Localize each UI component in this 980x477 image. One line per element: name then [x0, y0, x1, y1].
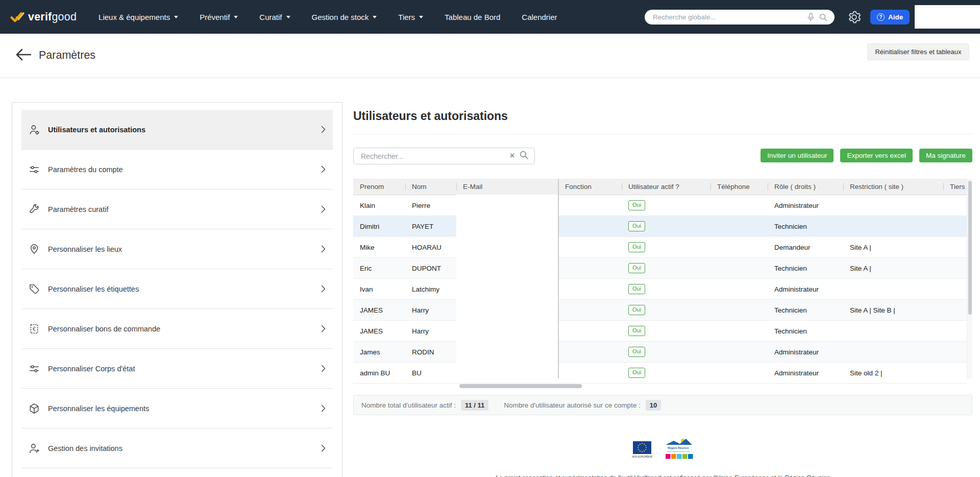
cell-tiers [943, 300, 967, 321]
sidebar-item-label: Paramètres du compte [48, 165, 123, 174]
cell-prenom: Eric [353, 258, 405, 279]
sidebar-item-personnaliser-bons-commande[interactable]: € Personnaliser bons de commande [21, 309, 333, 349]
user-row[interactable]: EricDUPONTOuiTechnicienSite A | [353, 258, 967, 279]
horizontal-scrollbar-thumb[interactable] [459, 384, 582, 388]
cell-tiers [943, 279, 967, 300]
column-header: Nom [405, 179, 456, 195]
nav-item-tableau-de-bord[interactable]: Tableau de Bord [434, 13, 511, 21]
cell-role: Administrateur [768, 363, 843, 384]
cell-prenom: Ivan [353, 279, 405, 300]
user-row[interactable]: admin BUBUOuiAdministrateurSite old 2 | [353, 363, 967, 384]
settings-sidebar: Utilisateurs et autorisations Paramètres… [12, 102, 342, 477]
chevron-down-icon [419, 16, 423, 18]
cell-fonction [558, 216, 622, 237]
cell-prenom: James [353, 342, 405, 363]
cell-restriction: Site A | Site B | [843, 300, 943, 321]
cofinancing-disclaimer: Le projet conception et expérimentation … [353, 474, 972, 477]
user-row[interactable]: JAMESHarryOuiTechnicien [353, 321, 967, 342]
cell-telephone [710, 342, 768, 363]
sidebar-item-parametres-compte[interactable]: Paramètres du compte [21, 150, 333, 189]
users-search-input[interactable] [360, 152, 510, 161]
nav-item-calendrier[interactable]: Calendrier [511, 13, 568, 21]
cell-restriction [843, 195, 943, 216]
sidebar-item-personnaliser-lieux[interactable]: Personnaliser les lieux [21, 229, 333, 269]
cell-prenom: Klain [353, 195, 405, 216]
microphone-icon[interactable] [807, 13, 814, 21]
nav-item-tiers[interactable]: Tiers [387, 13, 434, 21]
my-signature-button[interactable]: Ma signature [919, 149, 972, 162]
sidebar-item-label: Personnaliser Corps d'état [48, 365, 135, 373]
column-header: Tiers [943, 179, 967, 195]
svg-text:UNION EUROPÉENNE: UNION EUROPÉENNE [632, 455, 652, 458]
reset-filters-button[interactable]: Réinitialiser filtres et tableaux [867, 43, 969, 60]
user-row[interactable]: JamesRODINOuiAdministrateur [353, 342, 967, 363]
cell-fonction [558, 342, 622, 363]
users-table-body: KlainPierreOuiAdministrateurDimitriPAYET… [353, 195, 967, 384]
sidebar-item-personnaliser-equipements[interactable]: Personnaliser les équipements [21, 389, 333, 428]
horizontal-scrollbar[interactable] [353, 384, 967, 389]
search-icon[interactable] [819, 13, 827, 21]
search-icon[interactable] [520, 151, 528, 161]
map-pin-icon [29, 244, 40, 255]
sidebar-item-gestion-invitations[interactable]: Gestion des invitations [21, 428, 333, 468]
settings-gear-icon[interactable] [847, 10, 861, 24]
active-badge: Oui [628, 305, 645, 315]
nav-item-curatif[interactable]: Curatif [249, 13, 301, 21]
users-table-head-row: PrenomNomE-MailFonctionUtilisateur actif… [353, 179, 967, 195]
global-search-input[interactable] [652, 13, 802, 21]
sidebar-item-personnaliser-etiquettes[interactable]: Personnaliser les étiquettes [21, 269, 333, 309]
section-divider [353, 134, 972, 134]
cell-nom: Harry [405, 300, 456, 321]
vertical-scrollbar-thumb[interactable] [968, 181, 972, 315]
allowed-users-value: 10 [646, 400, 661, 411]
user-gear-icon [29, 124, 40, 135]
users-search: × [353, 148, 535, 164]
user-row[interactable]: JAMESHarryOuiTechnicienSite A | Site B | [353, 300, 967, 321]
cell-restriction [843, 321, 943, 342]
chevron-right-icon [321, 285, 326, 293]
cell-restriction: Site A | [843, 237, 943, 258]
cell-nom: Latchimy [405, 279, 456, 300]
user-row[interactable]: MikeHOARAUOuiDemandeurSite A | [353, 237, 967, 258]
cell-telephone [710, 216, 768, 237]
sidebar-item-label: Personnaliser bons de commande [48, 325, 160, 333]
cell-role: Administrateur [768, 342, 843, 363]
active-badge: Oui [628, 368, 645, 377]
user-row[interactable]: KlainPierreOuiAdministrateur [353, 195, 967, 216]
chevron-right-icon [321, 245, 326, 253]
nav-item-lieux-equipements[interactable]: Lieux & équipements [88, 13, 189, 21]
sidebar-item-utilisateurs-autorisations[interactable]: Utilisateurs et autorisations [21, 110, 333, 150]
cell-prenom: Mike [353, 237, 405, 258]
chevron-right-icon [321, 325, 326, 332]
column-header: Utilisateur actif ? [622, 179, 710, 195]
chevron-down-icon [286, 16, 290, 18]
sidebar-item-label: Personnaliser les étiquettes [48, 285, 139, 293]
cell-fonction [558, 237, 622, 258]
nav-item-gestion-stock[interactable]: Gestion de stock [301, 13, 388, 21]
sliders-icon [29, 164, 40, 175]
sidebar-item-personnaliser-corps-etat[interactable]: Personnaliser Corps d'état [21, 349, 333, 389]
user-row[interactable]: DimitriPAYETOuiTechnicien [353, 216, 967, 237]
question-circle-icon: ? [877, 13, 885, 21]
nav-item-preventif[interactable]: Préventif [189, 13, 249, 21]
app-logo[interactable]: verifgood [0, 11, 77, 23]
sidebar-item-parametres-curatif[interactable]: Paramètres curatif [21, 189, 333, 229]
column-header: Rôle ( droits ) [768, 179, 843, 195]
chevron-right-icon [321, 444, 326, 452]
cell-email [456, 216, 558, 237]
chevron-right-icon [321, 205, 326, 213]
page-header: Paramètres Réinitialiser filtres et tabl… [0, 34, 980, 78]
cell-nom: BU [405, 363, 456, 384]
cell-actif: Oui [622, 195, 710, 216]
cell-nom: PAYET [405, 216, 456, 237]
cell-nom: RODIN [405, 342, 456, 363]
back-arrow-button[interactable] [15, 48, 32, 63]
clear-search-icon[interactable]: × [510, 152, 514, 160]
invite-user-button[interactable]: Inviter un utilisateur [761, 149, 834, 162]
sidebar-item-label: Personnaliser les lieux [48, 245, 122, 253]
user-row[interactable]: IvanLatchimyOuiAdministrateur [353, 279, 967, 300]
cell-prenom: admin BU [353, 363, 405, 384]
vertical-scrollbar[interactable] [967, 179, 972, 378]
export-excel-button[interactable]: Exporter vers excel [840, 149, 913, 162]
help-button[interactable]: ? Aide [870, 10, 910, 25]
